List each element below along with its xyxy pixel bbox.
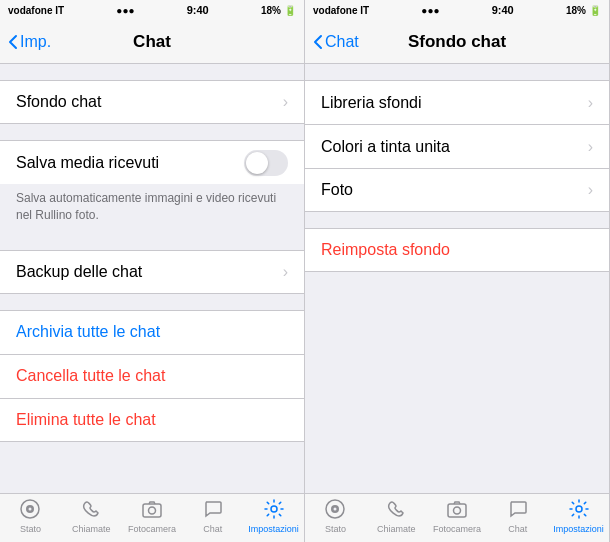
settings-group-3: Backup delle chat › <box>0 250 304 294</box>
colori-label: Colori a tinta unita <box>321 127 584 167</box>
tab-bar-right: Stato Chiamate Fotocamera <box>305 493 609 542</box>
nav-bar-left: Imp. Chat <box>0 20 304 64</box>
stato-label-left: Stato <box>20 524 41 534</box>
archivia-label: Archivia tutte le chat <box>16 312 160 352</box>
foto-row[interactable]: Foto › <box>305 168 609 212</box>
fotocamera-icon-right <box>446 498 468 523</box>
elimina-row[interactable]: Elimina tutte le chat <box>0 398 304 442</box>
chevron-icon-foto: › <box>588 181 593 199</box>
reimposta-row[interactable]: Reimposta sfondo <box>305 228 609 272</box>
colori-row[interactable]: Colori a tinta unita › <box>305 124 609 168</box>
backup-chat-label: Backup delle chat <box>16 252 279 292</box>
foto-label: Foto <box>321 170 584 210</box>
carrier-left: vodafone IT <box>8 5 64 16</box>
chat-label-right: Chat <box>508 524 527 534</box>
chat-label-left: Chat <box>203 524 222 534</box>
time-left: 9:40 <box>187 4 209 16</box>
salva-media-row[interactable]: Salva media ricevuti <box>0 140 304 184</box>
tab-fotocamera-left[interactable]: Fotocamera <box>122 498 183 534</box>
content-right: Libreria sfondi › Colori a tinta unita ›… <box>305 64 609 493</box>
settings-group-2: Salva media ricevuti Salva automaticamen… <box>0 140 304 234</box>
carrier-right: vodafone IT <box>313 5 369 16</box>
right-panel: vodafone IT ●●● 9:40 18% 🔋 Chat Sfondo c… <box>305 0 610 542</box>
settings-group-1: Sfondo chat › <box>0 80 304 124</box>
content-left: Sfondo chat › Salva media ricevuti Salva… <box>0 64 304 493</box>
salva-media-subtitle: Salva automaticamente immagini e video r… <box>0 184 304 234</box>
status-bar-left: vodafone IT ●●● 9:40 18% 🔋 <box>0 0 304 20</box>
chiamate-label-right: Chiamate <box>377 524 416 534</box>
fotocamera-label-right: Fotocamera <box>433 524 481 534</box>
nav-title-left: Chat <box>133 32 171 52</box>
libreria-label: Libreria sfondi <box>321 83 584 123</box>
svg-point-2 <box>29 508 32 511</box>
tab-chiamate-right[interactable]: Chiamate <box>366 498 427 534</box>
svg-point-5 <box>271 506 277 512</box>
svg-point-10 <box>453 507 460 514</box>
chevron-icon-backup: › <box>283 263 288 281</box>
battery-left: 18% 🔋 <box>261 5 296 16</box>
back-button-left[interactable]: Imp. <box>8 33 51 51</box>
chiamate-label-left: Chiamate <box>72 524 111 534</box>
impostazioni-label-right: Impostazioni <box>553 524 604 534</box>
chevron-icon-sfondo: › <box>283 93 288 111</box>
sfondo-chat-label: Sfondo chat <box>16 82 279 122</box>
impostazioni-icon-left <box>263 498 285 523</box>
svg-rect-9 <box>448 504 466 517</box>
actions-group: Archivia tutte le chat Cancella tutte le… <box>0 310 304 442</box>
left-panel: vodafone IT ●●● 9:40 18% 🔋 Imp. Chat Sfo… <box>0 0 305 542</box>
signal-left: ●●● <box>116 5 134 16</box>
tab-stato-right[interactable]: Stato <box>305 498 366 534</box>
chiamate-icon-left <box>80 498 102 523</box>
tab-bar-left: Stato Chiamate Fotocamera <box>0 493 304 542</box>
chevron-icon-libreria: › <box>588 94 593 112</box>
archivia-row[interactable]: Archivia tutte le chat <box>0 310 304 354</box>
cancella-row[interactable]: Cancella tutte le chat <box>0 354 304 398</box>
stato-icon-right <box>324 498 346 523</box>
status-bar-right: vodafone IT ●●● 9:40 18% 🔋 <box>305 0 609 20</box>
nav-title-right: Sfondo chat <box>408 32 506 52</box>
sfondo-chat-row[interactable]: Sfondo chat › <box>0 80 304 124</box>
tab-chiamate-left[interactable]: Chiamate <box>61 498 122 534</box>
chevron-icon-colori: › <box>588 138 593 156</box>
fotocamera-label-left: Fotocamera <box>128 524 176 534</box>
cancella-label: Cancella tutte le chat <box>16 356 165 396</box>
svg-point-8 <box>334 508 337 511</box>
salva-media-toggle[interactable] <box>244 150 288 176</box>
elimina-label: Elimina tutte le chat <box>16 400 156 440</box>
svg-rect-3 <box>143 504 161 517</box>
svg-point-11 <box>576 506 582 512</box>
tab-chat-left[interactable]: Chat <box>182 498 243 534</box>
tab-impostazioni-right[interactable]: Impostazioni <box>548 498 609 534</box>
libreria-row[interactable]: Libreria sfondi › <box>305 80 609 124</box>
stato-icon-left <box>19 498 41 523</box>
sfondo-options-group: Libreria sfondi › Colori a tinta unita ›… <box>305 80 609 212</box>
battery-right: 18% 🔋 <box>566 5 601 16</box>
signal-right: ●●● <box>421 5 439 16</box>
tab-impostazioni-left[interactable]: Impostazioni <box>243 498 304 534</box>
chiamate-icon-right <box>385 498 407 523</box>
salva-media-label: Salva media ricevuti <box>16 143 244 183</box>
fotocamera-icon-left <box>141 498 163 523</box>
backup-chat-row[interactable]: Backup delle chat › <box>0 250 304 294</box>
svg-point-4 <box>148 507 155 514</box>
chat-icon-right <box>507 498 529 523</box>
tab-fotocamera-right[interactable]: Fotocamera <box>427 498 488 534</box>
time-right: 9:40 <box>492 4 514 16</box>
nav-bar-right: Chat Sfondo chat <box>305 20 609 64</box>
chat-icon-left <box>202 498 224 523</box>
impostazioni-label-left: Impostazioni <box>248 524 299 534</box>
stato-label-right: Stato <box>325 524 346 534</box>
reimposta-label: Reimposta sfondo <box>321 230 450 270</box>
tab-stato-left[interactable]: Stato <box>0 498 61 534</box>
impostazioni-icon-right <box>568 498 590 523</box>
tab-chat-right[interactable]: Chat <box>487 498 548 534</box>
back-button-right[interactable]: Chat <box>313 33 359 51</box>
